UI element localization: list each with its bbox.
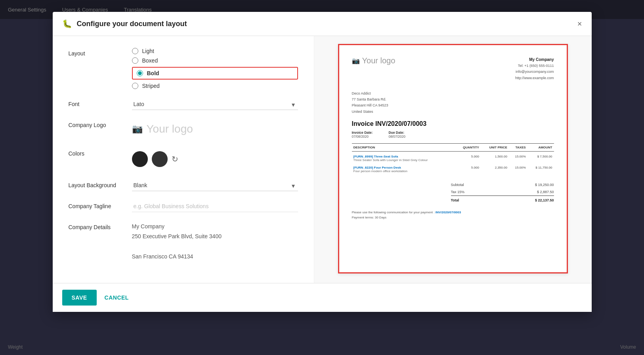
radio-striped[interactable]: Striped bbox=[132, 83, 298, 89]
refresh-colors-icon[interactable]: ↻ bbox=[172, 154, 178, 164]
subtotal-row: Subtotal $ 19,250.00 bbox=[451, 181, 554, 188]
colors-label: Colors bbox=[69, 148, 132, 157]
invoice-billing-info: Deco Addict 77 Santa Barbara Rd. Pleasan… bbox=[352, 91, 554, 115]
radio-light-label: Light bbox=[142, 48, 154, 54]
colors-row: Colors ↻ bbox=[69, 148, 298, 170]
tax-value: $ 2,887.50 bbox=[537, 190, 554, 194]
total-value: $ 22,137.50 bbox=[535, 198, 554, 202]
company-details-line1: My Company bbox=[132, 222, 298, 232]
company-details-line2: 250 Executive Park Blvd, Suite 3400 bbox=[132, 232, 298, 241]
layout-options: Light Boxed Bold bbox=[132, 48, 298, 89]
item1-desc: [FURN_8999] Three-Seat Sofa Three Seater… bbox=[352, 152, 455, 164]
invoice-logo-text: Your logo bbox=[362, 56, 396, 65]
item2-desc: [FURN_8220] Four Person Desk Four person… bbox=[352, 164, 455, 175]
color-swatch-2[interactable] bbox=[152, 151, 168, 167]
invoice-logo: 📷 Your logo bbox=[352, 56, 396, 65]
font-select-wrapper: Lato Roboto Open Sans bbox=[132, 99, 298, 110]
layout-background-label: Layout Background bbox=[69, 180, 132, 188]
invoice-totals: Subtotal $ 19,250.00 Tax 15% $ 2,887.50 … bbox=[451, 181, 554, 204]
radio-boxed-input[interactable] bbox=[132, 57, 138, 64]
item2-price: 2,350.00 bbox=[481, 164, 509, 175]
due-date-col: Due Date: 08/07/2020 bbox=[388, 131, 405, 139]
billing-addr3: United States bbox=[352, 109, 554, 115]
left-panel: Layout Light Boxed bbox=[53, 36, 314, 283]
font-label: Font bbox=[69, 99, 132, 107]
payment-note: Please use the following communication f… bbox=[352, 210, 554, 215]
tax-label: Tax 15% bbox=[451, 190, 465, 194]
layout-background-select[interactable]: Blank Light Dark bbox=[132, 180, 298, 191]
radio-bold-input[interactable] bbox=[137, 70, 143, 76]
invoice-date-col: Invoice Date: 07/08/2020 bbox=[352, 131, 373, 139]
due-date-value: 08/07/2020 bbox=[388, 135, 405, 139]
invoice-table: DESCRIPTION QUANTITY UNIT PRICE TAXES AM… bbox=[352, 143, 554, 175]
invoice-table-body: [FURN_8999] Three-Seat Sofa Three Seater… bbox=[352, 152, 554, 175]
payment-terms: Payment terms: 30 Days bbox=[352, 215, 554, 220]
item1-taxes: 15.00% bbox=[509, 152, 527, 164]
billing-addr1: 77 Santa Barbara Rd. bbox=[352, 97, 554, 103]
font-row: Font Lato Roboto Open Sans bbox=[69, 99, 298, 110]
invoice-company-url: http://www.example.com bbox=[515, 75, 554, 81]
radio-boxed-label: Boxed bbox=[142, 57, 158, 64]
invoice-company-email: info@yourcompany.com bbox=[515, 69, 554, 75]
company-tagline-input-wrapper bbox=[132, 201, 298, 212]
billing-addr2: Pleasant Hill CA 94523 bbox=[352, 103, 554, 108]
invoice-date-label: Invoice Date: bbox=[352, 131, 373, 135]
modal-body: Layout Light Boxed bbox=[53, 36, 592, 283]
radio-bold[interactable]: Bold bbox=[132, 67, 298, 80]
radio-group-layout: Light Boxed Bold bbox=[132, 48, 298, 89]
invoice-table-head: DESCRIPTION QUANTITY UNIT PRICE TAXES AM… bbox=[352, 144, 554, 152]
company-logo-row: Company Logo 📷 Your logo bbox=[69, 120, 298, 139]
radio-bold-label: Bold bbox=[147, 70, 159, 76]
company-tagline-label: Company Tagline bbox=[69, 201, 132, 209]
cancel-button[interactable]: CANCEL bbox=[101, 290, 132, 306]
colors-area: ↻ bbox=[132, 148, 298, 170]
item1-detail: Three Seater Sofa with Lounger in Steel … bbox=[354, 158, 453, 162]
modal-close-button[interactable]: × bbox=[577, 20, 582, 28]
modal-title: Configure your document layout bbox=[77, 20, 187, 28]
font-select[interactable]: Lato Roboto Open Sans bbox=[132, 99, 298, 110]
item1-amount: $ 7,500.00 bbox=[527, 152, 554, 164]
item1-name: [FURN_8999] Three-Seat Sofa bbox=[354, 155, 453, 158]
radio-light[interactable]: Light bbox=[132, 48, 298, 54]
company-tagline-input[interactable] bbox=[132, 201, 298, 212]
payment-ref: INV/2020/07/0003 bbox=[436, 211, 461, 214]
total-label: Total bbox=[451, 198, 459, 202]
item2-qty: 5.000 bbox=[455, 164, 481, 175]
invoice-table-header-row: DESCRIPTION QUANTITY UNIT PRICE TAXES AM… bbox=[352, 144, 554, 152]
layout-row: Layout Light Boxed bbox=[69, 48, 298, 89]
item2-detail: Four person modern office workstation bbox=[354, 169, 453, 173]
logo-display-text: Your logo bbox=[147, 123, 193, 135]
company-tagline-row: Company Tagline bbox=[69, 201, 298, 212]
logo-placeholder: 📷 Your logo bbox=[132, 120, 298, 139]
col-taxes: TAXES bbox=[509, 144, 527, 152]
radio-light-input[interactable] bbox=[132, 48, 138, 54]
radio-boxed[interactable]: Boxed bbox=[132, 57, 298, 64]
save-button[interactable]: SAVE bbox=[62, 290, 97, 306]
modal-title-icon: 🐛 bbox=[62, 19, 72, 28]
modal-overlay: 🐛 Configure your document layout × Layou… bbox=[0, 0, 644, 355]
modal-header: 🐛 Configure your document layout × bbox=[53, 12, 592, 36]
color-swatch-1[interactable] bbox=[132, 151, 148, 167]
item2-name: [FURN_8220] Four Person Desk bbox=[354, 166, 453, 169]
item1-qty: 5.000 bbox=[455, 152, 481, 164]
logo-area[interactable]: 📷 Your logo bbox=[132, 120, 298, 139]
billing-name: Deco Addict bbox=[352, 91, 554, 97]
layout-background-row: Layout Background Blank Light Dark bbox=[69, 180, 298, 191]
due-date-label: Due Date: bbox=[388, 131, 405, 135]
col-unit-price: UNIT PRICE bbox=[481, 144, 509, 152]
col-quantity: QUANTITY bbox=[455, 144, 481, 152]
right-panel: 📷 Your logo My Company Tel: +1 (650) 555… bbox=[314, 36, 592, 283]
invoice-company-name: My Company bbox=[515, 56, 554, 63]
tax-row: Tax 15% $ 2,887.50 bbox=[451, 188, 554, 196]
radio-striped-input[interactable] bbox=[132, 83, 138, 89]
invoice-dates: Invoice Date: 07/08/2020 Due Date: 08/07… bbox=[352, 131, 554, 139]
company-details-line4: San Francisco CA 94134 bbox=[132, 252, 298, 262]
invoice-company-info: My Company Tel: +1 (650) 555-0111 info@y… bbox=[515, 56, 554, 81]
company-details-area: My Company 250 Executive Park Blvd, Suit… bbox=[132, 222, 298, 262]
invoice-header: 📷 Your logo My Company Tel: +1 (650) 555… bbox=[352, 56, 554, 81]
item2-taxes: 15.00% bbox=[509, 164, 527, 175]
table-row: [FURN_8220] Four Person Desk Four person… bbox=[352, 164, 554, 175]
company-logo-label: Company Logo bbox=[69, 120, 132, 128]
modal-dialog: 🐛 Configure your document layout × Layou… bbox=[53, 12, 592, 312]
company-details-text: My Company 250 Executive Park Blvd, Suit… bbox=[132, 222, 298, 262]
